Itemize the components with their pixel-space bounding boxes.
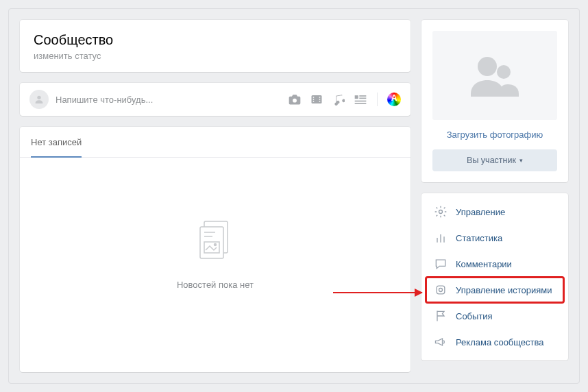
svg-point-0 — [37, 96, 40, 99]
menu-item-ads[interactable]: Реклама сообщества — [426, 329, 564, 355]
menu-label: Реклама сообщества — [456, 337, 544, 347]
svg-point-21 — [497, 65, 511, 79]
svg-point-22 — [439, 210, 443, 214]
wall-tab-empty[interactable]: Нет записей — [31, 127, 82, 158]
photo-placeholder — [432, 31, 557, 120]
composer-placeholder[interactable]: Напишите что-нибудь... — [56, 95, 281, 105]
community-photo-card: Загрузить фотографию Вы участник ▾ — [421, 20, 568, 182]
menu-item-events[interactable]: События — [426, 303, 564, 329]
menu-label: Статистика — [456, 233, 502, 243]
stats-icon — [434, 231, 448, 245]
music-icon[interactable] — [332, 93, 345, 106]
video-icon[interactable] — [310, 93, 323, 106]
upload-photo-link[interactable]: Загрузить фотографию — [447, 130, 543, 140]
membership-label: Вы участник — [467, 156, 516, 165]
svg-point-1 — [293, 99, 297, 103]
svg-point-20 — [478, 57, 497, 76]
sidebar-column: Загрузить фотографию Вы участник ▾ Управ… — [421, 20, 568, 372]
svg-rect-5 — [313, 101, 315, 102]
community-header-card: Сообщество изменить статус — [20, 20, 411, 72]
flag-icon — [434, 309, 448, 323]
svg-rect-8 — [319, 101, 321, 102]
svg-rect-10 — [359, 95, 366, 97]
app-frame: Сообщество изменить статус Напишите что-… — [0, 0, 588, 392]
svg-rect-7 — [319, 99, 321, 100]
document-icon — [196, 220, 234, 266]
gear-icon — [434, 205, 448, 219]
svg-rect-4 — [313, 99, 315, 100]
page-title: Сообщество — [34, 32, 397, 48]
wall-tabs: Нет записей — [20, 127, 411, 158]
menu-item-manage[interactable]: Управление — [426, 199, 564, 225]
membership-button[interactable]: Вы участник ▾ — [432, 149, 557, 171]
svg-rect-11 — [359, 98, 366, 99]
menu-label: События — [456, 311, 493, 321]
poster-icon[interactable] — [387, 93, 401, 106]
chevron-down-icon: ▾ — [519, 157, 523, 164]
separator — [377, 93, 378, 106]
wall-card: Нет записей Новосте — [20, 127, 411, 372]
svg-rect-6 — [319, 97, 321, 98]
manage-menu-card: Управление Статистика Комментарии Управл… — [421, 193, 568, 360]
svg-point-27 — [439, 289, 443, 292]
avatar — [29, 90, 49, 109]
annotation-arrow — [333, 292, 422, 293]
svg-rect-12 — [355, 101, 367, 102]
wall-empty-state: Новостей пока нет — [20, 158, 411, 372]
main-column: Сообщество изменить статус Напишите что-… — [20, 20, 411, 372]
group-icon — [464, 51, 526, 99]
user-icon — [34, 94, 45, 105]
svg-rect-13 — [355, 103, 367, 104]
svg-rect-26 — [437, 286, 445, 294]
content-inner: Сообщество изменить статус Напишите что-… — [8, 8, 580, 384]
megaphone-icon — [434, 335, 448, 349]
stories-icon — [434, 283, 448, 297]
menu-label: Управление историями — [456, 285, 552, 295]
svg-rect-15 — [200, 227, 223, 258]
post-composer[interactable]: Напишите что-нибудь... — [20, 83, 411, 116]
menu-label: Комментарии — [456, 259, 512, 269]
comment-icon — [434, 257, 448, 271]
svg-rect-9 — [355, 95, 358, 99]
article-icon[interactable] — [354, 93, 367, 106]
menu-label: Управление — [456, 207, 505, 217]
camera-icon[interactable] — [288, 93, 302, 106]
menu-item-stories[interactable]: Управление историями — [426, 277, 564, 303]
svg-rect-3 — [313, 97, 315, 98]
svg-point-19 — [215, 243, 217, 245]
menu-item-comments[interactable]: Комментарии — [426, 251, 564, 277]
change-status-link[interactable]: изменить статус — [34, 51, 397, 61]
composer-attachments — [288, 93, 401, 106]
menu-item-stats[interactable]: Статистика — [426, 225, 564, 251]
wall-empty-text: Новостей пока нет — [177, 280, 254, 290]
